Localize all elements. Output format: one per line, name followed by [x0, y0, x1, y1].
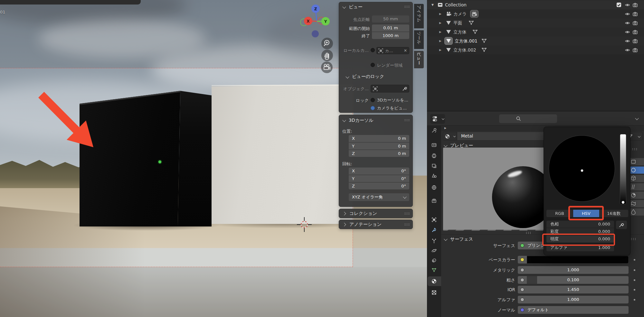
object-label[interactable]: 平面: [453, 18, 462, 27]
editor-type-button[interactable]: [430, 114, 445, 124]
collapse-chevron-icon[interactable]: [342, 118, 346, 122]
local-camera-toggle[interactable]: [371, 48, 375, 52]
render-region-checkbox[interactable]: [371, 63, 375, 67]
collapse-chevron-icon[interactable]: [346, 75, 349, 78]
eyedropper-icon[interactable]: [402, 86, 407, 91]
active-camera-badge[interactable]: [470, 10, 478, 18]
preview-type-shaderball-button[interactable]: [630, 191, 644, 199]
render-camera-icon[interactable]: [632, 20, 638, 26]
object-label[interactable]: 立方体: [453, 27, 467, 36]
decorator-dot[interactable]: [634, 279, 635, 281]
render-camera-icon[interactable]: [632, 11, 638, 17]
rotation-order-dropdown[interactable]: XYZ オイラー角: [349, 193, 409, 201]
tab-object-data-icon[interactable]: [431, 267, 437, 273]
panel-grip-icon[interactable]: [404, 223, 410, 226]
local-camera-field[interactable]: カ... ✕: [376, 47, 409, 54]
checkbox-icon[interactable]: [616, 2, 621, 7]
sidebar-tab-view[interactable]: ビュー: [414, 51, 424, 68]
tab-material-icon[interactable]: [431, 278, 437, 284]
eye-icon[interactable]: [625, 11, 630, 17]
eye-icon[interactable]: [625, 2, 630, 8]
cursor-rot-x-field[interactable]: X0°: [349, 168, 409, 175]
axis-gizmo[interactable]: Z X Y: [299, 3, 335, 39]
tab-output-icon[interactable]: [431, 153, 437, 158]
render-camera-icon[interactable]: [632, 29, 638, 35]
camera-view-button[interactable]: [321, 62, 333, 73]
view-panel-title[interactable]: ビュー: [349, 4, 363, 10]
tab-physics-icon[interactable]: [431, 248, 437, 254]
clip-end-field[interactable]: 1000 m: [372, 32, 409, 39]
mesh-data-icon[interactable]: [472, 29, 478, 35]
mesh-data-icon[interactable]: [481, 47, 487, 53]
view-lock-title[interactable]: ビューのロック: [352, 74, 384, 80]
tab-collection-icon[interactable]: [431, 198, 437, 204]
preview-type-flat-button[interactable]: [630, 158, 644, 166]
panel-grip-icon[interactable]: [632, 148, 638, 150]
object-label[interactable]: カメラ: [453, 9, 467, 18]
expand-arrow-icon[interactable]: ▶: [439, 27, 441, 36]
preview-type-cloth-button[interactable]: [630, 200, 644, 207]
tab-object-icon[interactable]: [431, 217, 437, 223]
panel-grip-icon[interactable]: [630, 238, 637, 240]
roughness-slider[interactable]: 0.100: [518, 276, 629, 284]
ior-slider[interactable]: 1.450: [518, 286, 629, 293]
value-slider[interactable]: [620, 134, 626, 204]
tab-scene-icon[interactable]: [431, 173, 437, 178]
lock-object-field[interactable]: [371, 85, 409, 92]
filter-chevron-icon[interactable]: [635, 116, 639, 120]
eye-icon[interactable]: [625, 38, 630, 44]
expand-arrow-icon[interactable]: ▶: [439, 36, 441, 45]
outliner-row-cube[interactable]: ▶ 立方体: [427, 27, 644, 36]
clip-start-field[interactable]: 0.01 m: [372, 24, 409, 32]
hue-slider[interactable]: 色相0.000: [546, 221, 614, 228]
eye-icon[interactable]: [625, 29, 630, 35]
annotation-panel-header[interactable]: アノテーション: [339, 220, 413, 229]
cursor-panel-title[interactable]: 3Dカーソル: [349, 118, 374, 123]
tab-texture-icon[interactable]: [431, 290, 437, 295]
preview-type-cube-button[interactable]: [630, 175, 644, 182]
metallic-slider[interactable]: 1.000: [518, 266, 629, 274]
panel-grip-icon[interactable]: [404, 119, 410, 121]
outliner-row-camera[interactable]: ▶ カメラ: [427, 9, 644, 18]
collapse-chevron-icon[interactable]: [342, 5, 346, 8]
panel-grip-icon[interactable]: [404, 5, 410, 8]
cursor-loc-y-field[interactable]: Y0 m: [349, 142, 409, 149]
material-browse-button[interactable]: [443, 132, 457, 140]
tab-modifiers-icon[interactable]: [431, 227, 437, 233]
outliner-row-collection[interactable]: ▼ Collection: [427, 0, 644, 9]
tab-constraints-icon[interactable]: [431, 257, 437, 263]
sidebar-tab-item[interactable]: アイテム: [414, 4, 424, 28]
render-camera-icon[interactable]: [632, 47, 638, 53]
decorator-dot[interactable]: [634, 259, 635, 261]
normal-menu[interactable]: デフォルト: [518, 306, 629, 314]
sample-eyedropper-button[interactable]: [616, 221, 627, 229]
outliner-row-plane[interactable]: ▶ 平面: [427, 18, 644, 27]
focal-length-field[interactable]: 50 mm: [372, 15, 409, 23]
object-label[interactable]: 立方体.001: [455, 36, 478, 45]
preview-type-fluid-button[interactable]: [630, 208, 644, 216]
outliner-row-cube-002[interactable]: ▶ 立方体.002: [427, 45, 644, 54]
preview-resize-grip[interactable]: [526, 232, 532, 234]
tab-render-icon[interactable]: [431, 142, 437, 148]
collection-panel-header[interactable]: コレクション: [339, 209, 413, 218]
color-wheel-cursor[interactable]: [581, 169, 583, 172]
tab-particles-icon[interactable]: [431, 238, 437, 244]
zoom-button[interactable]: [321, 38, 333, 49]
collection-label[interactable]: Collection: [445, 0, 467, 9]
decorator-dot[interactable]: [634, 289, 635, 291]
mesh-data-icon[interactable]: [468, 20, 474, 26]
tab-world-icon[interactable]: [431, 185, 437, 190]
pan-button[interactable]: [321, 50, 333, 61]
eye-icon[interactable]: [625, 47, 630, 53]
decorator-dot[interactable]: [634, 299, 635, 301]
outliner-row-cube-001[interactable]: ▶ 立方体.001: [427, 36, 644, 45]
mode-hex-button[interactable]: 16進数: [600, 210, 628, 217]
object-label[interactable]: 立方体.002: [453, 45, 476, 54]
decorator-dot[interactable]: [634, 269, 635, 271]
tab-tool-icon[interactable]: [431, 128, 437, 133]
lock-to-cursor-checkbox[interactable]: [371, 98, 375, 102]
eye-icon[interactable]: [625, 20, 630, 26]
cursor-rot-z-field[interactable]: Z0°: [349, 182, 409, 189]
camera-to-view-checkbox[interactable]: [371, 106, 375, 110]
cursor-loc-z-field[interactable]: Z0 m: [349, 150, 409, 157]
